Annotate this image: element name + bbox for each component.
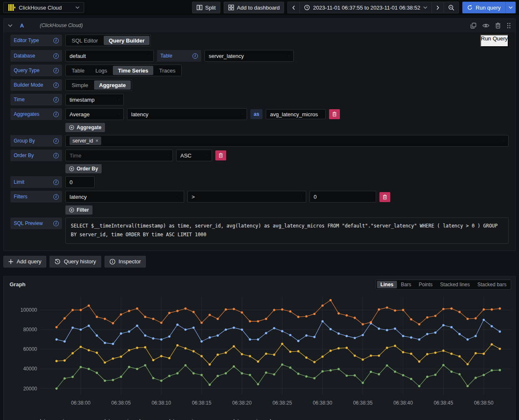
option-logs[interactable]: Logs [90,66,112,75]
database-select[interactable]: default [65,50,154,62]
group-by-tag[interactable]: server_id × [70,137,101,145]
remove-aggregate-button[interactable] [329,109,340,119]
aggregate-column-select[interactable]: latency [127,108,247,120]
data-point [426,333,428,335]
svg-text:06:38:50: 06:38:50 [474,400,494,406]
option-aggregate[interactable]: Aggregate [94,80,131,90]
svg-text:60000: 60000 [23,346,37,352]
chevron-down-icon [239,113,243,115]
split-button[interactable]: Split [192,2,220,13]
remove-filter-button[interactable] [379,192,390,202]
table-select[interactable]: server_latency [205,50,294,62]
data-point [305,375,307,377]
drag-handle-icon[interactable] [507,22,511,29]
datasource-picker[interactable]: ClickHouse Cloud [3,2,84,13]
data-point [209,363,211,365]
data-point [104,361,106,363]
run-query-dropdown-button[interactable] [505,2,516,13]
data-point [362,323,364,325]
hide-query-eye-icon[interactable] [482,23,489,28]
remove-order-by-button[interactable] [215,150,226,160]
data-point [362,334,364,336]
data-point [128,330,130,332]
trash-icon [332,112,337,117]
group-by-multiselect[interactable]: server_id × [65,135,509,147]
data-point [249,374,251,376]
limit-input[interactable]: 0 [65,176,95,188]
series-line [57,300,500,327]
legend-item[interactable]: avg_latency_micros a [20,418,77,420]
data-point [491,343,493,345]
data-point [354,317,356,319]
editor-run-query-button[interactable]: Run Query [480,35,509,47]
aggregate-function-select[interactable]: Average [65,108,124,120]
legend-item[interactable]: avg_latency_micros c [150,418,206,420]
legend-label: avg_latency_micros a [29,418,77,420]
time-range-button[interactable]: 2023-11-01 06:37:55 to 2023-11-01 06:38:… [299,2,432,13]
data-point [217,334,219,336]
collapse-chevron-icon[interactable] [8,24,12,27]
legend-item[interactable]: avg_latency_micros b [85,418,142,420]
time-shift-back-button[interactable] [287,2,299,13]
time-shift-forward-button[interactable] [432,2,444,13]
data-point [112,342,114,345]
option-sql-editor[interactable]: SQL Editor [67,36,103,45]
order-by-column-select[interactable]: Time [65,150,173,161]
option-stacked-bars[interactable]: Stacked bars [474,281,510,288]
data-point [87,325,90,327]
option-time-series[interactable]: Time Series [113,66,153,75]
run-query-label: Run query [476,5,501,11]
option-simple[interactable]: Simple [67,80,93,90]
query-ref-id[interactable]: A [20,22,24,29]
data-point [491,308,493,310]
option-table[interactable]: Table [67,66,90,75]
data-point [394,328,396,330]
svg-text:06:38:15: 06:38:15 [192,400,212,406]
legend-item[interactable]: avg_latency_micros d [214,418,271,420]
svg-text:06:38:40: 06:38:40 [393,400,413,406]
clickhouse-logo-icon [8,4,15,11]
data-point [281,342,283,345]
add-aggregate-button[interactable]: Aggregate [65,123,105,132]
time-zoom-out-button[interactable] [444,2,459,13]
option-traces[interactable]: Traces [154,66,180,75]
query-history-button[interactable]: Query history [50,256,101,268]
data-point [289,350,291,352]
add-query-button[interactable]: Add query [3,256,46,268]
run-query-button[interactable]: Run query [462,2,505,13]
add-order-by-button[interactable]: Order By [65,164,102,173]
data-point [378,328,380,330]
data-point [55,326,57,328]
add-filter-button[interactable]: Filter [65,205,92,215]
filter-column-select[interactable]: latency [65,191,184,202]
option-query-builder[interactable]: Query Builder [104,36,150,45]
aggregate-alias-input[interactable]: avg_latency_micros [266,109,326,119]
option-stacked-lines[interactable]: Stacked lines [437,281,473,288]
time-column-select[interactable]: timestamp [65,94,124,105]
circle-plus-icon [69,208,74,212]
timeseries-chart[interactable]: 2000040000600008000010000006:38:0006:38:… [8,291,518,415]
data-point [273,309,275,311]
data-point [329,350,332,352]
editor-type-toggle: SQL EditorQuery Builder [65,35,151,46]
data-point [418,323,420,325]
option-lines[interactable]: Lines [377,281,397,288]
chart-legend: avg_latency_micros aavg_latency_micros b… [8,417,511,420]
filter-value-input[interactable]: 0 [309,191,376,202]
data-point [192,372,195,374]
order-direction-select[interactable]: ASC [176,150,212,161]
add-to-dashboard-button[interactable]: Add to dashboard [224,2,284,13]
data-point [483,318,485,320]
filters-label: Filters i [10,191,62,202]
svg-text:06:38:35: 06:38:35 [353,400,373,406]
inspector-button[interactable]: Inspector [105,256,146,268]
filter-operator-select[interactable]: > [187,191,306,202]
option-points[interactable]: Points [415,281,436,288]
delete-query-trash-icon[interactable] [495,22,501,29]
remove-tag-icon[interactable]: × [95,138,98,144]
option-bars[interactable]: Bars [398,281,415,288]
data-point [442,324,444,326]
data-point [233,345,235,347]
duplicate-query-icon[interactable] [470,22,477,29]
svg-text:06:38:30: 06:38:30 [313,400,332,406]
